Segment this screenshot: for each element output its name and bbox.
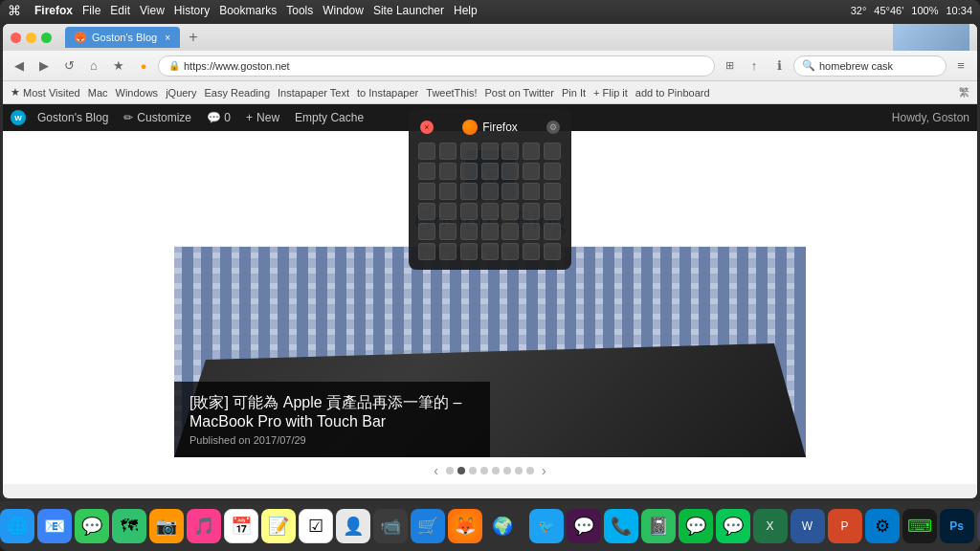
apple-menu[interactable]: ⌘ [8,3,21,18]
carousel-dot-7[interactable] [515,467,523,474]
menubar-help[interactable]: Help [454,4,478,17]
app-grid-item[interactable] [481,243,499,260]
app-grid-item[interactable] [460,223,478,240]
dock-slack[interactable]: 💬 [567,509,601,543]
app-grid-item[interactable] [481,203,499,220]
app-grid-item[interactable] [523,163,540,180]
dock-lightroom[interactable]: Lr [977,509,981,543]
app-switcher-close-button[interactable]: × [420,121,434,134]
wp-new[interactable]: + New [242,104,283,131]
bookmark-star[interactable]: ★ [108,55,129,77]
menubar-view[interactable]: View [140,4,165,17]
dock-excel[interactable]: X [753,509,788,543]
bookmark-most-visited[interactable]: ★ Most Visited [11,86,80,99]
dock-word[interactable]: W [791,509,825,543]
rss-icon[interactable]: ● [133,55,154,77]
dock-chrome[interactable]: 🌍 [485,509,520,543]
dock-itunes[interactable]: 🎵 [187,509,221,543]
back-button[interactable]: ◀ [9,55,30,77]
menubar-history[interactable]: History [174,4,210,17]
minimize-button[interactable] [26,33,36,43]
app-grid-item[interactable] [523,203,540,220]
home-button[interactable]: ⌂ [83,55,104,77]
app-grid-item[interactable] [544,183,561,200]
bookmark-post-on-twitter[interactable]: Post on Twitter [484,87,554,99]
search-bar[interactable]: 🔍 homebrew cask [793,55,947,77]
app-grid-item[interactable] [418,243,435,260]
menubar-window[interactable]: Window [323,4,364,17]
wp-customize[interactable]: ✏ Customize [120,104,195,131]
wp-comments[interactable]: 💬 0 [203,104,234,131]
close-button[interactable] [11,33,21,43]
bookmark-instapaper-text[interactable]: Instapaper Text [278,87,349,99]
app-grid-item[interactable] [501,243,519,260]
menubar-file[interactable]: File [82,4,100,17]
app-grid-item[interactable] [439,243,457,260]
bookmark-mac[interactable]: Mac [88,87,108,99]
app-grid-item[interactable] [544,223,561,240]
reload-button[interactable]: ↺ [58,55,79,77]
dock-maps[interactable]: 🗺 [112,509,146,543]
app-grid-item[interactable] [544,163,561,180]
bookmark-jquery[interactable]: jQuery [166,87,196,99]
dock-notes[interactable]: 📝 [261,509,296,543]
carousel-dot-6[interactable] [503,467,511,474]
app-grid-item[interactable] [481,163,499,180]
app-grid-item[interactable] [418,163,435,180]
app-switcher-settings[interactable]: ⚙ [546,121,560,134]
app-grid-item[interactable] [523,243,540,260]
carousel-prev[interactable]: ‹ [434,463,438,478]
app-grid-item[interactable] [501,183,519,200]
app-grid-item[interactable] [439,163,457,180]
dock-facetime[interactable]: 📹 [373,509,408,543]
dock-messages[interactable]: 💬 [75,509,109,543]
menu-button[interactable]: ≡ [950,55,971,77]
carousel-dot-8[interactable] [526,467,534,474]
bookmark-flip-it[interactable]: + Flip it [593,87,628,99]
browser-tab[interactable]: 🦊 Goston's Blog × [65,27,180,48]
dock-mail[interactable]: 📧 [37,509,72,543]
dock-safari[interactable]: 🌐 [0,509,34,543]
dock-photoshop[interactable]: Ps [940,509,974,543]
dock-contacts[interactable]: 👤 [336,509,370,543]
app-grid-item[interactable] [418,183,435,200]
app-grid-item[interactable] [418,143,435,160]
app-grid-item[interactable] [460,203,478,220]
menubar-app-name[interactable]: Firefox [34,4,73,17]
dock-reminders[interactable]: ☑ [299,509,333,543]
app-grid-item[interactable] [523,143,540,160]
bookmark-add-to-pinboard[interactable]: add to Pinboard [635,87,710,99]
dock-vscode[interactable]: ⚙ [865,509,900,543]
dock-appstore[interactable]: 🛒 [411,509,445,543]
app-grid-item[interactable] [460,243,478,260]
dock-calendar[interactable]: 📅 [224,509,258,543]
info-button[interactable]: ℹ [768,55,790,77]
app-grid-item[interactable] [501,223,519,240]
app-grid-item[interactable] [523,223,540,240]
app-grid-item[interactable] [481,183,499,200]
app-grid-item[interactable] [460,143,478,160]
app-grid-item[interactable] [439,223,457,240]
app-grid-item[interactable] [481,143,499,160]
dock-firefox[interactable]: 🦊 [448,509,482,543]
bookmark-pin-it[interactable]: Pin It [562,87,586,99]
app-grid-item[interactable] [501,203,519,220]
app-grid-item[interactable] [439,183,457,200]
menubar-edit[interactable]: Edit [110,4,130,17]
menubar-site-launcher[interactable]: Site Launcher [373,4,444,17]
menubar-tools[interactable]: Tools [286,4,313,17]
app-grid-item[interactable] [418,223,435,240]
wp-howdy[interactable]: Howdy, Goston [892,111,969,124]
dock-skype[interactable]: 📞 [604,509,638,543]
wp-empty-cache[interactable]: Empty Cache [291,104,368,131]
app-grid-item[interactable] [501,163,519,180]
url-bar[interactable]: 🔒 https://www.goston.net [158,55,715,77]
app-grid-item[interactable] [460,163,478,180]
app-grid-item[interactable] [544,243,561,260]
carousel-dot-4[interactable] [480,467,488,474]
app-grid-item[interactable] [501,143,519,160]
carousel-dot-5[interactable] [492,467,500,474]
dock-wechat[interactable]: 💬 [679,509,713,543]
share-button[interactable]: ↑ [744,55,765,77]
app-grid-item[interactable] [460,183,478,200]
